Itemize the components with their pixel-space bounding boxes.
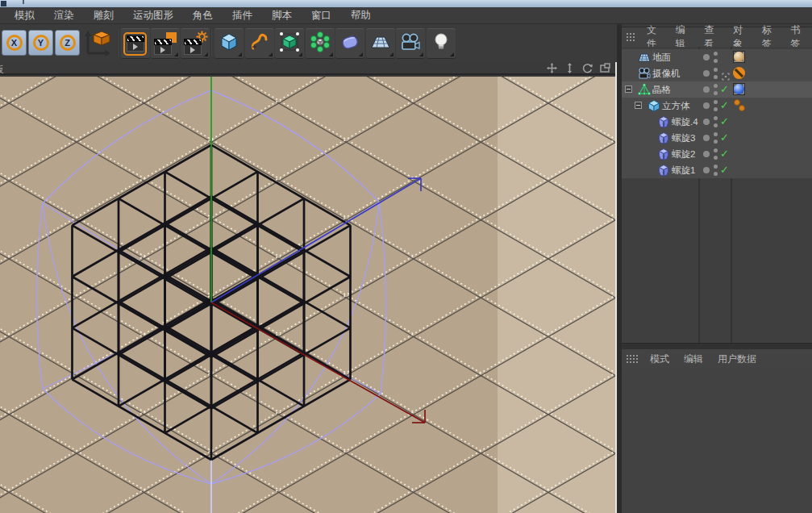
dropdown-corner: [419, 52, 423, 56]
object-row-cube[interactable]: 立方体✓: [622, 98, 812, 114]
render-view-button[interactable]: [121, 28, 150, 59]
layer-dot[interactable]: [703, 70, 710, 77]
camera-object-icon: [638, 67, 651, 80]
expand-toggle[interactable]: [625, 86, 632, 93]
object-name[interactable]: 立方体: [662, 100, 690, 112]
layer-dot[interactable]: [703, 102, 710, 109]
dynamics-tag-icon[interactable]: [733, 99, 746, 112]
object-name[interactable]: 螺旋3: [672, 132, 695, 144]
window-titlebar: [0, 0, 812, 7]
enabled-check-icon[interactable]: ✓: [720, 148, 729, 160]
object-row-floor[interactable]: 地面: [622, 49, 812, 65]
material-tag-blue[interactable]: [733, 83, 745, 95]
viewport-rotate-icon[interactable]: [582, 63, 593, 73]
main-menu-item[interactable]: 角色: [183, 7, 223, 23]
enabled-check-icon[interactable]: ✓: [720, 164, 729, 176]
axis-lock-x-button[interactable]: X: [2, 30, 27, 56]
main-menu-item[interactable]: 脚本: [262, 7, 302, 23]
object-name[interactable]: 摄像机: [652, 68, 681, 80]
drag-grip-icon[interactable]: [626, 354, 638, 364]
main-menu-item[interactable]: 窗口: [302, 7, 341, 23]
cinema4d-window: 模拟渲染雕刻运动图形角色插件脚本窗口帮助 XYZ 板: [0, 0, 812, 513]
visibility-dots[interactable]: [714, 100, 718, 115]
axis-cube-icon[interactable]: [81, 28, 114, 59]
object-name[interactable]: 地面: [652, 52, 671, 64]
visibility-dots[interactable]: [714, 68, 718, 82]
material-tag-beige[interactable]: [733, 51, 745, 63]
deformer-icon: [339, 31, 360, 56]
axis-lock-y-button[interactable]: Y: [28, 30, 53, 56]
dropdown-corner: [238, 52, 242, 56]
main-toolbar: XYZ: [0, 24, 617, 62]
main-menu-item[interactable]: 运动图形: [123, 7, 183, 23]
layer-dot[interactable]: [703, 167, 710, 173]
expand-toggle[interactable]: [635, 102, 642, 109]
layer-dot[interactable]: [703, 135, 710, 141]
camera-target-icon[interactable]: [722, 69, 730, 77]
viewport-controls: [547, 63, 610, 73]
layer-dot[interactable]: [703, 86, 710, 93]
object-name[interactable]: 螺旋1: [672, 165, 695, 177]
visibility-dots[interactable]: [714, 84, 718, 98]
object-name[interactable]: 螺旋.4: [672, 116, 698, 128]
toolbar-separator: [117, 29, 119, 56]
enabled-check-icon[interactable]: ✓: [720, 131, 729, 144]
cube-object-icon: [648, 99, 660, 112]
am-menu-item[interactable]: 用户数据: [710, 352, 764, 366]
layer-dot[interactable]: [703, 54, 710, 60]
cube-icon: [219, 31, 239, 56]
render-settings-button[interactable]: [181, 28, 210, 59]
main-menu-item[interactable]: 帮助: [341, 7, 381, 23]
viewport-zoom-icon[interactable]: [564, 63, 575, 73]
dropdown-corner: [450, 52, 454, 56]
enabled-check-icon[interactable]: ✓: [720, 83, 729, 95]
object-row-twist[interactable]: 螺旋.4✓: [622, 114, 812, 130]
object-name[interactable]: 晶格: [652, 84, 671, 96]
object-row-lattice[interactable]: 晶格✓: [622, 81, 812, 98]
deformer-button[interactable]: [335, 28, 364, 59]
protection-tag-icon[interactable]: [733, 67, 745, 79]
light-button[interactable]: [427, 28, 456, 59]
axis-lock-ring: Y: [33, 35, 49, 51]
viewport-3d-canvas[interactable]: [0, 77, 615, 513]
camera-button[interactable]: [396, 28, 425, 59]
object-row-camera[interactable]: 摄像机: [622, 65, 812, 81]
object-row-twist[interactable]: 螺旋1✓: [622, 162, 812, 178]
spline-button[interactable]: [245, 28, 274, 59]
clapperboard-icon: [184, 39, 202, 55]
layer-dot[interactable]: [703, 119, 710, 125]
subdivision-surface-button[interactable]: [275, 28, 304, 59]
viewport-maximize-icon[interactable]: [600, 63, 610, 73]
visibility-dots[interactable]: [714, 165, 718, 179]
array-button[interactable]: [306, 28, 335, 59]
main-menu-item[interactable]: 插件: [223, 7, 262, 23]
drag-grip-icon[interactable]: [626, 32, 635, 42]
am-menu-item[interactable]: 编辑: [677, 352, 710, 366]
axis-lock-z-button[interactable]: Z: [55, 30, 80, 56]
layer-dot[interactable]: [703, 151, 710, 157]
cube-button[interactable]: [214, 28, 244, 59]
object-row-twist[interactable]: 螺旋2✓: [622, 146, 812, 162]
main-menu-item[interactable]: 渲染: [44, 7, 84, 23]
dropdown-corner: [269, 52, 273, 56]
visibility-dots[interactable]: [714, 132, 718, 147]
object-name[interactable]: 螺旋2: [672, 148, 695, 161]
render-region-button[interactable]: [151, 28, 180, 59]
am-menu-item[interactable]: 模式: [643, 352, 677, 366]
attribute-manager: 模式编辑用户数据: [622, 349, 812, 369]
array-icon: [310, 31, 331, 56]
enabled-check-icon[interactable]: ✓: [720, 99, 729, 111]
camera-icon: [400, 31, 421, 56]
viewport-pan-icon[interactable]: [547, 63, 557, 73]
visibility-dots[interactable]: [714, 52, 718, 66]
panel-splitter-horizontal[interactable]: [622, 343, 812, 349]
floor-button[interactable]: [366, 28, 395, 59]
enabled-check-icon[interactable]: ✓: [720, 115, 729, 127]
visibility-dots[interactable]: [714, 148, 718, 163]
main-menu-item[interactable]: 模拟: [5, 7, 44, 23]
visibility-dots[interactable]: [714, 116, 718, 131]
object-row-twist[interactable]: 螺旋3✓: [622, 130, 812, 146]
dropdown-corner: [329, 52, 333, 56]
axis-lock-ring: X: [6, 35, 23, 51]
main-menu-item[interactable]: 雕刻: [84, 7, 123, 23]
